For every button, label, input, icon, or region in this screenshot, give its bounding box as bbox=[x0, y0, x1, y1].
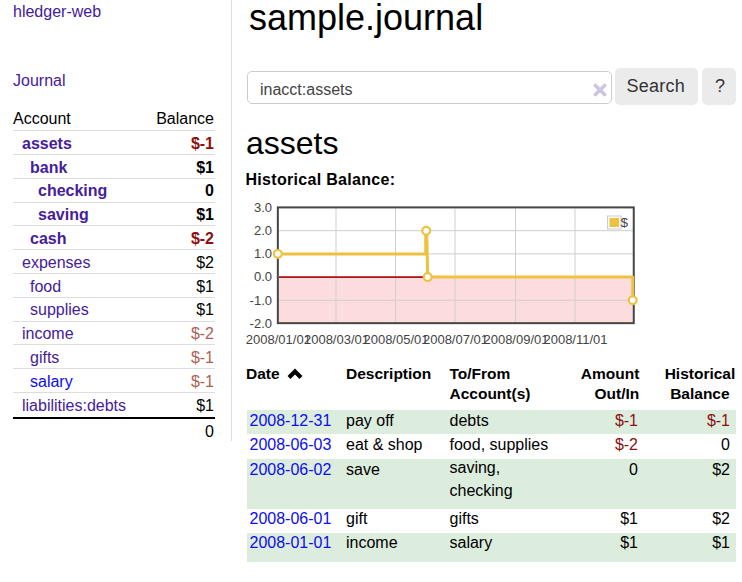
svg-text:$: $ bbox=[621, 215, 629, 230]
svg-text:2008/05/01: 2008/05/01 bbox=[363, 332, 428, 347]
svg-text:2008/07/01: 2008/07/01 bbox=[423, 332, 488, 347]
svg-text:-1.0: -1.0 bbox=[250, 293, 272, 308]
svg-text:0.0: 0.0 bbox=[254, 269, 272, 284]
svg-text:2008/09/01: 2008/09/01 bbox=[483, 332, 548, 347]
svg-text:3.0: 3.0 bbox=[254, 200, 272, 215]
svg-text:2008/01/01: 2008/01/01 bbox=[246, 332, 311, 347]
svg-text:2008/03/01: 2008/03/01 bbox=[304, 332, 369, 347]
svg-text:2.0: 2.0 bbox=[254, 223, 272, 238]
svg-text:-2.0: -2.0 bbox=[250, 316, 272, 331]
svg-text:2008/11/01: 2008/11/01 bbox=[543, 332, 607, 347]
svg-text:1.0: 1.0 bbox=[254, 246, 272, 261]
